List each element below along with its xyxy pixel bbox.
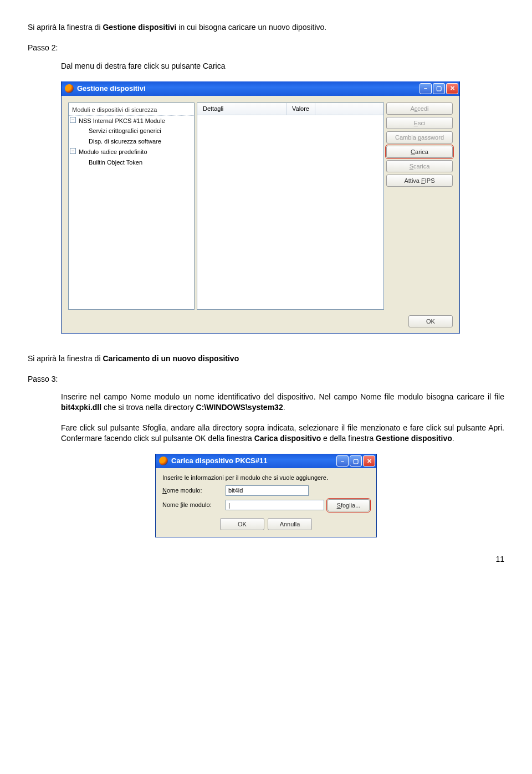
window-device-manager: Gestione dispositivi – ▢ ✕ Moduli e disp… — [61, 81, 460, 334]
tree-item[interactable]: –Modulo radice predefinito — [69, 147, 194, 157]
details-header: Dettagli Valore — [197, 103, 383, 115]
minimize-button[interactable]: – — [420, 83, 432, 94]
ok-button[interactable]: OK — [408, 315, 453, 327]
window-title: Gestione dispositivi — [77, 84, 146, 94]
tree-label: Modulo radice predefinito — [79, 148, 147, 155]
page-number: 11 — [28, 554, 504, 565]
close-button[interactable]: ✕ — [363, 455, 375, 467]
window-buttons: – ▢ ✕ — [336, 455, 375, 467]
bold: Gestione dispositivi — [103, 23, 176, 32]
mid-text: Si aprirà la finestra di Caricamento di … — [28, 353, 504, 364]
text: Si aprirà la finestra di — [28, 354, 103, 363]
module-file-label: Nome file modulo: — [162, 501, 222, 509]
col-details[interactable]: Dettagli — [197, 103, 287, 115]
ok-button[interactable]: OK — [220, 518, 264, 530]
window-title: Carica dispositivo PKCS#11 — [171, 456, 267, 466]
titlebar: Carica dispositivo PKCS#11 – ▢ ✕ — [156, 454, 376, 468]
text: Si aprirà la finestra di — [28, 23, 103, 32]
step3-label: Passo 3: — [28, 374, 504, 385]
tree-item[interactable]: Builtin Object Token — [69, 157, 194, 168]
step2-text: Dal menu di destra fare click su pulsant… — [61, 61, 504, 71]
step3-p2: Fare click sul pulsante Sfoglia, andare … — [61, 423, 504, 444]
firefox-icon — [159, 457, 168, 465]
details-pane: Dettagli Valore — [197, 102, 384, 310]
fips-button[interactable]: Attiva FIPS — [386, 175, 453, 187]
collapse-icon[interactable]: – — [70, 117, 76, 123]
step3-p1: Inserire nel campo Nome modulo un nome i… — [61, 392, 504, 413]
cancel-button[interactable]: Annulla — [268, 518, 312, 530]
login-button[interactable]: Accedi — [386, 102, 453, 115]
minimize-button[interactable]: – — [336, 455, 349, 467]
titlebar: Gestione dispositivi – ▢ ✕ — [62, 81, 459, 96]
collapse-icon[interactable]: – — [70, 148, 76, 154]
intro-text: Si aprirà la finestra di Gestione dispos… — [28, 22, 504, 33]
load-button[interactable]: Carica — [386, 146, 453, 158]
change-password-button[interactable]: Cambia password — [386, 131, 453, 143]
tree-label: Disp. di sicurezza software — [89, 138, 161, 145]
firefox-icon — [65, 84, 74, 93]
info-text: Inserire le informazioni per il modulo c… — [162, 474, 370, 482]
close-button[interactable]: ✕ — [446, 83, 458, 94]
tree-item[interactable]: –NSS Internal PKCS #11 Module — [69, 116, 194, 126]
window-buttons: – ▢ ✕ — [420, 83, 458, 94]
side-buttons: Accedi Esci Cambia password Carica Scari… — [386, 102, 453, 310]
window-load-device: Carica dispositivo PKCS#11 – ▢ ✕ Inserir… — [155, 454, 377, 537]
module-name-label: Nome modulo: — [162, 486, 222, 495]
tree-item[interactable]: Disp. di sicurezza software — [69, 136, 194, 147]
unload-button[interactable]: Scarica — [386, 160, 453, 172]
browse-button[interactable]: Sfoglia... — [328, 499, 370, 511]
tree-label: Builtin Object Token — [89, 159, 142, 166]
modules-tree[interactable]: Moduli e dispositivi di sicurezza –NSS I… — [68, 102, 195, 310]
tree-header: Moduli e dispositivi di sicurezza — [69, 105, 194, 116]
tree-label: Servizi crittografici generici — [89, 127, 161, 134]
maximize-button[interactable]: ▢ — [433, 83, 445, 94]
step2-label: Passo 2: — [28, 43, 504, 53]
text: in cui bisogna caricare un nuovo diposit… — [176, 23, 326, 32]
tree-item[interactable]: Servizi crittografici generici — [69, 126, 194, 136]
col-value[interactable]: Valore — [287, 103, 315, 115]
maximize-button[interactable]: ▢ — [350, 455, 362, 467]
tree-label: NSS Internal PKCS #11 Module — [79, 117, 165, 124]
module-name-input[interactable] — [226, 485, 309, 496]
module-file-input[interactable] — [226, 500, 324, 510]
logout-button[interactable]: Esci — [386, 117, 453, 129]
bold: Caricamento di un nuovo dispositivo — [103, 354, 239, 363]
